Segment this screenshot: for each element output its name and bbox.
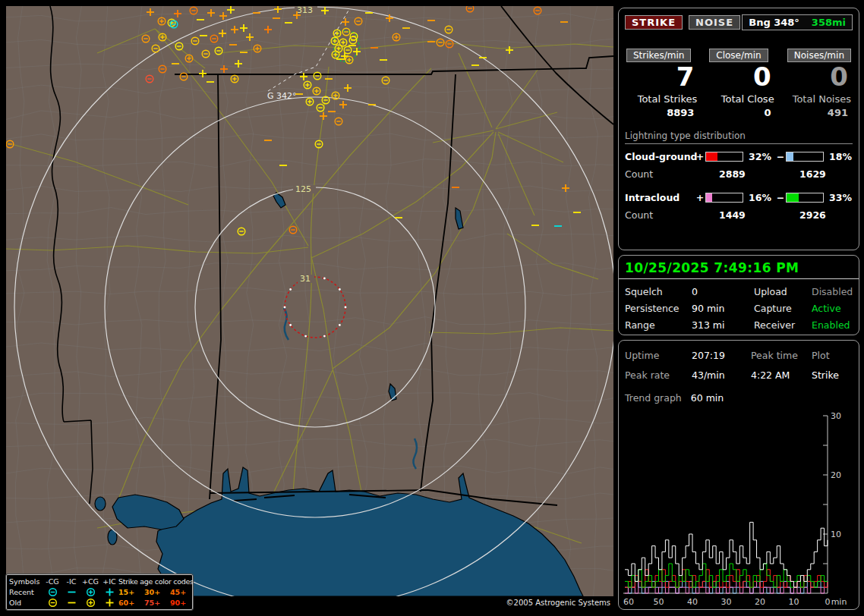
peak-time-value: 4:22 AM: [751, 369, 812, 381]
minus-sign: −: [775, 192, 786, 203]
noises-per-min-chip: Noises/min: [787, 49, 851, 62]
legend-pos-ic-label: +IC: [100, 577, 118, 586]
trend-chart: 1020306050403020100min: [620, 404, 859, 608]
legend-recent-row: Recent 15+30+45+: [9, 586, 190, 597]
ring-distance-label: 125: [295, 184, 311, 194]
uptime-stats-grid: Uptime 207:19 Peak time Plot Peak rate 4…: [625, 350, 853, 381]
cg-minus-icon: [43, 598, 62, 608]
bearing-readout: Bng 348° 358mi: [742, 14, 853, 30]
age-code-label: 45+: [170, 588, 196, 596]
peak-time-label: Peak time: [751, 350, 812, 361]
noises-rate-value: 0: [777, 62, 854, 92]
intracloud-count-row: Count 1449 2926: [625, 209, 853, 221]
copyright-text: ©2005 Astrogenic Systems: [506, 599, 610, 607]
ic-plus-icon: [100, 587, 118, 597]
close-per-min-chip: Close/min: [709, 49, 768, 62]
rate-chips-row: Strikes/min Close/min Noises/min: [623, 47, 854, 62]
legend-header-row: Symbols -CG -IC +CG +IC Strike age color…: [9, 576, 190, 586]
cg-plus-icon: [80, 587, 100, 597]
age-code-label: 15+: [118, 588, 144, 596]
ring-distance-label: 313: [297, 6, 313, 15]
map-legend: Symbols -CG -IC +CG +IC Strike age color…: [6, 574, 193, 610]
trend-x-tick: 50: [654, 597, 664, 607]
trend-x-tick: 20: [755, 597, 765, 607]
range-value: 313 mi: [692, 319, 754, 331]
distribution-title: Lightning type distribution: [625, 130, 853, 144]
cg-neg-count: 1629: [786, 168, 856, 180]
trend-panel: Uptime 207:19 Peak time Plot Peak rate 4…: [618, 340, 859, 610]
divider: [619, 278, 859, 279]
minus-sign: −: [775, 151, 786, 162]
ring-distance-label: 31: [300, 274, 311, 284]
total-labels-row: Total Strikes Total Close Total Noises: [623, 92, 854, 105]
trend-x-tick: 60: [623, 597, 634, 607]
datetime-display: 10/25/2025 7:49:16 PM: [625, 260, 853, 275]
intracloud-row: Intracloud + 16% − 33%: [625, 192, 853, 203]
status-panel: 10/25/2025 7:49:16 PM Squelch 0 Upload D…: [618, 255, 859, 335]
persistence-label: Persistence: [625, 303, 692, 314]
trend-x-unit: min: [831, 597, 847, 607]
map-canvas: 31312531G 342°: [6, 6, 613, 611]
ic-pos-bar: [705, 193, 743, 203]
legend-neg-ic-label: -IC: [62, 577, 80, 586]
plus-sign: +: [695, 151, 705, 162]
legend-old-label: Old: [9, 599, 43, 607]
trend-x-tick: 0: [825, 597, 831, 607]
strikes-rate-value: 7: [623, 62, 700, 92]
total-noises-value: 491: [777, 107, 854, 118]
settings-grid: Squelch 0 Upload Disabled Persistence 90…: [625, 286, 853, 331]
trend-graph-label: Trend graph: [625, 392, 682, 404]
upload-label: Upload: [754, 286, 812, 297]
total-close-label: Total Close: [700, 93, 777, 105]
peak-rate-value: 43/min: [692, 369, 751, 381]
trend-x-tick: 40: [687, 597, 698, 607]
legend-recent-label: Recent: [9, 588, 43, 596]
persistence-value: 90 min: [692, 303, 754, 314]
trend-graph-row: Trend graph 60 min: [625, 392, 853, 404]
strike-counters-panel: STRIKE NOISE Bng 348° 358mi Strikes/min …: [618, 8, 859, 250]
app-root: { "header": { "strike_label": "STRIKE", …: [0, 0, 864, 616]
legend-age-codes-old: 60+75+90+: [118, 599, 196, 607]
peak-rate-label: Peak rate: [625, 369, 692, 381]
total-strikes-value: 8893: [623, 107, 700, 118]
ic-pos-count: 1449: [705, 209, 775, 221]
total-close-value: 0: [700, 107, 777, 118]
lightning-map[interactable]: 31312531G 342° Symbols -CG -IC +CG +IC S…: [6, 6, 613, 611]
receiver-status: Enabled: [812, 319, 853, 331]
count-label: Count: [625, 209, 695, 221]
cloud-ground-row: Cloud-ground + 32% − 18%: [625, 151, 853, 162]
rate-values-row: 7 0 0: [623, 62, 854, 92]
cg-pos-count: 2889: [705, 168, 775, 180]
legend-age-codes-recent: 15+30+45+: [118, 588, 196, 596]
count-label: Count: [625, 168, 695, 180]
receiver-label: Receiver: [754, 319, 812, 331]
close-rate-value: 0: [700, 62, 777, 92]
trend-y-tick: 30: [831, 411, 841, 421]
squelch-value: 0: [692, 286, 754, 297]
legend-age-title: Strike age color codes: [118, 577, 194, 586]
total-strikes-label: Total Strikes: [623, 93, 700, 105]
range-label: Range: [625, 319, 692, 331]
strike-mode-button[interactable]: STRIKE: [625, 15, 683, 30]
noise-mode-button[interactable]: NOISE: [689, 15, 740, 30]
plus-sign: +: [695, 192, 705, 203]
ic-pos-pct: 16%: [745, 192, 775, 203]
total-noises-label: Total Noises: [777, 93, 854, 105]
capture-label: Capture: [754, 303, 812, 314]
cg-minus-icon: [43, 587, 62, 597]
ic-minus-icon: [62, 587, 80, 597]
uptime-value: 207:19: [692, 350, 751, 361]
cg-plus-icon: [80, 598, 100, 608]
trend-x-tick: 30: [721, 597, 732, 607]
cg-pos-pct: 32%: [745, 151, 775, 162]
total-values-row: 8893 0 491: [623, 105, 854, 118]
ic-neg-bar: [786, 193, 824, 203]
lightning-distribution: Lightning type distribution Cloud-ground…: [625, 130, 853, 221]
age-code-label: 90+: [170, 599, 196, 607]
plot-label: Plot: [812, 350, 853, 361]
ic-plus-icon: [100, 598, 118, 608]
legend-old-row: Old 60+75+90+: [9, 597, 190, 608]
legend-pos-cg-label: +CG: [80, 577, 100, 586]
cg-neg-pct: 18%: [825, 151, 856, 162]
ic-neg-pct: 33%: [825, 192, 856, 203]
